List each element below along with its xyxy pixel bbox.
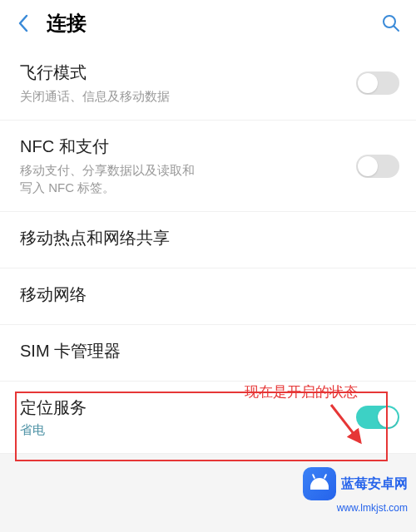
sim-manager-item[interactable]: SIM 卡管理器	[0, 325, 416, 382]
watermark: 蓝莓安卓网	[303, 467, 408, 500]
watermark-url: www.lmkjst.com	[337, 502, 408, 514]
item-title: 移动网络	[20, 283, 396, 306]
item-title: 定位服务	[20, 397, 396, 419]
item-title: 移动热点和网络共享	[20, 227, 396, 249]
page-title: 连接	[47, 10, 87, 37]
nfc-toggle[interactable]	[356, 155, 399, 178]
airplane-mode-item[interactable]: 飞行模式 关闭通话、信息及移动数据	[0, 47, 416, 121]
page-header: 连接	[0, 0, 416, 47]
back-icon[interactable]	[13, 13, 33, 33]
settings-list: 飞行模式 关闭通话、信息及移动数据 NFC 和支付 移动支付、分享数据以及读取和…	[0, 47, 416, 454]
item-status: 省电	[20, 422, 396, 438]
watermark-name: 蓝莓安卓网	[341, 475, 408, 493]
location-item[interactable]: 定位服务 省电	[0, 382, 416, 454]
svg-line-1	[394, 27, 399, 32]
search-icon[interactable]	[379, 12, 403, 35]
airplane-toggle[interactable]	[356, 71, 399, 95]
nfc-item[interactable]: NFC 和支付 移动支付、分享数据以及读取和写入 NFC 标签。	[0, 121, 416, 212]
hotspot-item[interactable]: 移动热点和网络共享	[0, 212, 416, 268]
mobile-network-item[interactable]: 移动网络	[0, 268, 416, 325]
item-title: 飞行模式	[20, 62, 396, 84]
item-subtitle: 移动支付、分享数据以及读取和写入 NFC 标签。	[20, 161, 253, 196]
item-title: SIM 卡管理器	[20, 340, 396, 362]
watermark-logo-icon	[303, 467, 336, 500]
item-title: NFC 和支付	[20, 135, 396, 158]
item-subtitle: 关闭通话、信息及移动数据	[20, 87, 253, 105]
location-toggle[interactable]	[356, 406, 399, 429]
